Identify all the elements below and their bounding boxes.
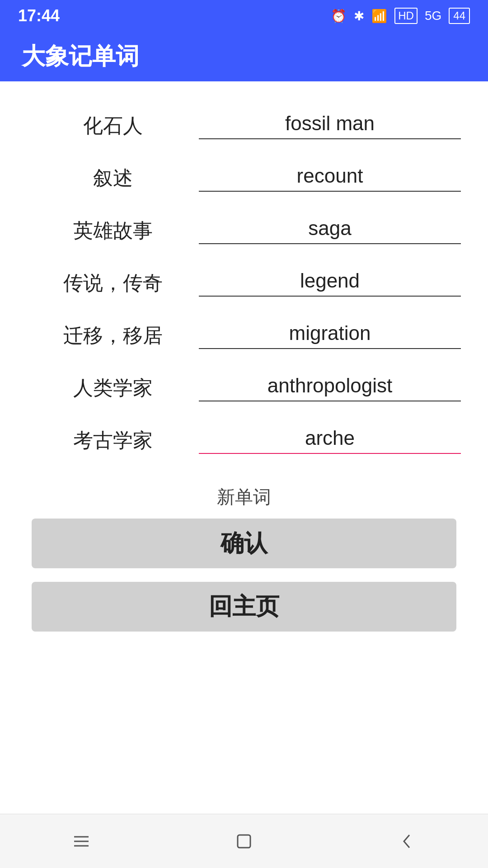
wifi-icon: 📶 — [371, 9, 387, 24]
chinese-label: 考古学家 — [27, 427, 199, 454]
status-icons: ⏰ ✱ 📶 HD 5G 44 — [331, 8, 470, 24]
chinese-label: 英雄故事 — [27, 217, 199, 244]
alarm-icon: ⏰ — [331, 9, 347, 24]
signal-icon: 5G — [425, 9, 441, 23]
english-value: fossil man — [199, 112, 461, 135]
active-input-field — [199, 427, 461, 449]
battery-icon: 44 — [449, 8, 470, 24]
word-input[interactable] — [199, 427, 461, 449]
chinese-label: 化石人 — [27, 113, 199, 139]
confirm-button[interactable]: 确认 — [32, 519, 456, 568]
svg-rect-3 — [238, 835, 250, 848]
table-row: 考古学家 — [27, 414, 461, 467]
app-title: 大象记单词 — [22, 41, 139, 72]
chinese-label: 传说，传奇 — [27, 270, 199, 297]
bluetooth-icon: ✱ — [354, 9, 364, 24]
english-field-container: legend — [199, 269, 461, 297]
status-bar: 17:44 ⏰ ✱ 📶 HD 5G 44 — [0, 0, 488, 32]
chinese-label: 人类学家 — [27, 375, 199, 401]
english-value: legend — [199, 269, 461, 292]
english-field-container: migration — [199, 322, 461, 349]
chinese-label: 迁移，移居 — [27, 322, 199, 349]
english-value: anthropologist — [199, 374, 461, 397]
table-row: 迁移，移居 migration — [27, 309, 461, 362]
english-field-container: anthropologist — [199, 374, 461, 401]
new-word-section: 新单词 — [27, 485, 461, 509]
english-value: migration — [199, 322, 461, 344]
back-icon[interactable] — [389, 823, 425, 859]
bottom-nav — [0, 814, 488, 868]
chinese-label: 叙述 — [27, 165, 199, 192]
app-bar: 大象记单词 — [0, 32, 488, 81]
button-section: 确认 回主页 — [27, 519, 461, 632]
table-row: 叙述 recount — [27, 152, 461, 204]
english-field-container-active[interactable] — [199, 427, 461, 454]
english-value: saga — [199, 217, 461, 240]
word-list: 化石人 fossil man 叙述 recount 英雄故事 saga 传说，传… — [27, 99, 461, 467]
status-time: 17:44 — [18, 6, 60, 25]
english-field-container: saga — [199, 217, 461, 244]
new-word-label: 新单词 — [217, 485, 271, 509]
home-button[interactable]: 回主页 — [32, 582, 456, 632]
table-row: 人类学家 anthropologist — [27, 362, 461, 414]
hd-icon: HD — [394, 8, 418, 24]
home-nav-icon[interactable] — [226, 823, 262, 859]
english-field-container: fossil man — [199, 112, 461, 139]
menu-icon[interactable] — [63, 823, 99, 859]
english-value: recount — [199, 165, 461, 187]
table-row: 化石人 fossil man — [27, 99, 461, 152]
english-field-container: recount — [199, 165, 461, 192]
table-row: 英雄故事 saga — [27, 204, 461, 257]
table-row: 传说，传奇 legend — [27, 257, 461, 309]
main-content: 化石人 fossil man 叙述 recount 英雄故事 saga 传说，传… — [0, 81, 488, 814]
